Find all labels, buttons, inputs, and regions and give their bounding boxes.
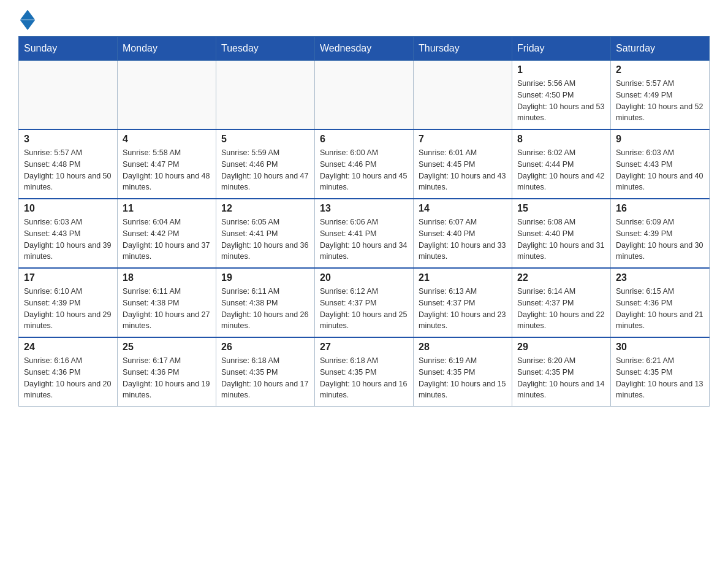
- week-row-3: 10Sunrise: 6:03 AM Sunset: 4:43 PM Dayli…: [19, 199, 710, 268]
- calendar-cell: 25Sunrise: 6:17 AM Sunset: 4:36 PM Dayli…: [118, 337, 216, 407]
- calendar-cell: 29Sunrise: 6:20 AM Sunset: 4:35 PM Dayli…: [512, 337, 611, 407]
- day-number: 16: [616, 203, 704, 214]
- day-sun-info: Sunrise: 6:06 AM Sunset: 4:41 PM Dayligh…: [320, 216, 408, 262]
- day-number: 15: [517, 203, 605, 214]
- header-wednesday: Wednesday: [315, 37, 414, 61]
- day-number: 26: [221, 342, 309, 353]
- day-sun-info: Sunrise: 6:03 AM Sunset: 4:43 PM Dayligh…: [24, 216, 112, 262]
- calendar-cell: 15Sunrise: 6:08 AM Sunset: 4:40 PM Dayli…: [512, 199, 611, 268]
- logo: [18, 12, 35, 30]
- day-number: 10: [24, 203, 112, 214]
- day-sun-info: Sunrise: 6:14 AM Sunset: 4:37 PM Dayligh…: [517, 286, 605, 332]
- calendar-cell: 16Sunrise: 6:09 AM Sunset: 4:39 PM Dayli…: [611, 199, 710, 268]
- day-number: 24: [24, 342, 112, 353]
- header-sunday: Sunday: [19, 37, 118, 61]
- day-number: 28: [419, 342, 507, 353]
- day-sun-info: Sunrise: 6:13 AM Sunset: 4:37 PM Dayligh…: [419, 286, 507, 332]
- day-number: 8: [517, 134, 605, 145]
- day-sun-info: Sunrise: 6:01 AM Sunset: 4:45 PM Dayligh…: [419, 147, 507, 193]
- day-number: 27: [320, 342, 408, 353]
- header-tuesday: Tuesday: [216, 37, 315, 61]
- day-number: 20: [320, 272, 408, 283]
- day-number: 30: [616, 342, 704, 353]
- day-number: 23: [616, 272, 704, 283]
- calendar-cell: 14Sunrise: 6:07 AM Sunset: 4:40 PM Dayli…: [414, 199, 512, 268]
- calendar-cell: 27Sunrise: 6:18 AM Sunset: 4:35 PM Dayli…: [315, 337, 414, 407]
- calendar-cell: 22Sunrise: 6:14 AM Sunset: 4:37 PM Dayli…: [512, 268, 611, 337]
- day-sun-info: Sunrise: 6:10 AM Sunset: 4:39 PM Dayligh…: [24, 286, 112, 332]
- day-number: 18: [123, 272, 211, 283]
- calendar-cell: 18Sunrise: 6:11 AM Sunset: 4:38 PM Dayli…: [118, 268, 216, 337]
- calendar-cell: [19, 61, 118, 130]
- day-number: 25: [123, 342, 211, 353]
- calendar-cell: [315, 61, 414, 130]
- day-sun-info: Sunrise: 5:57 AM Sunset: 4:48 PM Dayligh…: [24, 147, 112, 193]
- calendar-cell: 24Sunrise: 6:16 AM Sunset: 4:36 PM Dayli…: [19, 337, 118, 407]
- calendar-cell: 21Sunrise: 6:13 AM Sunset: 4:37 PM Dayli…: [414, 268, 512, 337]
- calendar-cell: 5Sunrise: 5:59 AM Sunset: 4:46 PM Daylig…: [216, 129, 315, 199]
- calendar-cell: 2Sunrise: 5:57 AM Sunset: 4:49 PM Daylig…: [611, 61, 710, 130]
- day-number: 12: [221, 203, 309, 214]
- day-number: 17: [24, 272, 112, 283]
- day-number: 2: [616, 64, 704, 75]
- calendar-cell: 9Sunrise: 6:03 AM Sunset: 4:43 PM Daylig…: [611, 129, 710, 199]
- week-row-2: 3Sunrise: 5:57 AM Sunset: 4:48 PM Daylig…: [19, 129, 710, 199]
- day-sun-info: Sunrise: 6:16 AM Sunset: 4:36 PM Dayligh…: [24, 355, 112, 401]
- day-number: 5: [221, 134, 309, 145]
- day-sun-info: Sunrise: 6:11 AM Sunset: 4:38 PM Dayligh…: [123, 286, 211, 332]
- day-sun-info: Sunrise: 6:07 AM Sunset: 4:40 PM Dayligh…: [419, 216, 507, 262]
- calendar-cell: 10Sunrise: 6:03 AM Sunset: 4:43 PM Dayli…: [19, 199, 118, 268]
- header-friday: Friday: [512, 37, 611, 61]
- day-sun-info: Sunrise: 6:03 AM Sunset: 4:43 PM Dayligh…: [616, 147, 704, 193]
- calendar-cell: 8Sunrise: 6:02 AM Sunset: 4:44 PM Daylig…: [512, 129, 611, 199]
- day-sun-info: Sunrise: 6:19 AM Sunset: 4:35 PM Dayligh…: [419, 355, 507, 401]
- calendar-cell: 23Sunrise: 6:15 AM Sunset: 4:36 PM Dayli…: [611, 268, 710, 337]
- day-number: 6: [320, 134, 408, 145]
- calendar-cell: 3Sunrise: 5:57 AM Sunset: 4:48 PM Daylig…: [19, 129, 118, 199]
- calendar-cell: 13Sunrise: 6:06 AM Sunset: 4:41 PM Dayli…: [315, 199, 414, 268]
- day-number: 22: [517, 272, 605, 283]
- calendar-cell: 26Sunrise: 6:18 AM Sunset: 4:35 PM Dayli…: [216, 337, 315, 407]
- day-sun-info: Sunrise: 6:18 AM Sunset: 4:35 PM Dayligh…: [221, 355, 309, 401]
- day-sun-info: Sunrise: 6:21 AM Sunset: 4:35 PM Dayligh…: [616, 355, 704, 401]
- calendar-cell: 30Sunrise: 6:21 AM Sunset: 4:35 PM Dayli…: [611, 337, 710, 407]
- day-number: 11: [123, 203, 211, 214]
- day-sun-info: Sunrise: 5:59 AM Sunset: 4:46 PM Dayligh…: [221, 147, 309, 193]
- day-number: 7: [419, 134, 507, 145]
- calendar-cell: 20Sunrise: 6:12 AM Sunset: 4:37 PM Dayli…: [315, 268, 414, 337]
- calendar-cell: 11Sunrise: 6:04 AM Sunset: 4:42 PM Dayli…: [118, 199, 216, 268]
- day-number: 4: [123, 134, 211, 145]
- header-monday: Monday: [118, 37, 216, 61]
- calendar-cell: [216, 61, 315, 130]
- header-saturday: Saturday: [611, 37, 710, 61]
- calendar-cell: 28Sunrise: 6:19 AM Sunset: 4:35 PM Dayli…: [414, 337, 512, 407]
- calendar-cell: [414, 61, 512, 130]
- day-sun-info: Sunrise: 6:11 AM Sunset: 4:38 PM Dayligh…: [221, 286, 309, 332]
- calendar-cell: 19Sunrise: 6:11 AM Sunset: 4:38 PM Dayli…: [216, 268, 315, 337]
- header-thursday: Thursday: [414, 37, 512, 61]
- day-sun-info: Sunrise: 6:20 AM Sunset: 4:35 PM Dayligh…: [517, 355, 605, 401]
- day-sun-info: Sunrise: 5:57 AM Sunset: 4:49 PM Dayligh…: [616, 78, 704, 124]
- calendar-cell: 1Sunrise: 5:56 AM Sunset: 4:50 PM Daylig…: [512, 61, 611, 130]
- day-sun-info: Sunrise: 6:12 AM Sunset: 4:37 PM Dayligh…: [320, 286, 408, 332]
- page-header: [18, 12, 710, 30]
- calendar-cell: 12Sunrise: 6:05 AM Sunset: 4:41 PM Dayli…: [216, 199, 315, 268]
- day-number: 3: [24, 134, 112, 145]
- day-sun-info: Sunrise: 6:04 AM Sunset: 4:42 PM Dayligh…: [123, 216, 211, 262]
- day-sun-info: Sunrise: 5:56 AM Sunset: 4:50 PM Dayligh…: [517, 78, 605, 124]
- week-row-4: 17Sunrise: 6:10 AM Sunset: 4:39 PM Dayli…: [19, 268, 710, 337]
- calendar-cell: 4Sunrise: 5:58 AM Sunset: 4:47 PM Daylig…: [118, 129, 216, 199]
- day-sun-info: Sunrise: 6:05 AM Sunset: 4:41 PM Dayligh…: [221, 216, 309, 262]
- day-sun-info: Sunrise: 6:15 AM Sunset: 4:36 PM Dayligh…: [616, 286, 704, 332]
- day-sun-info: Sunrise: 6:02 AM Sunset: 4:44 PM Dayligh…: [517, 147, 605, 193]
- day-number: 9: [616, 134, 704, 145]
- calendar-cell: 17Sunrise: 6:10 AM Sunset: 4:39 PM Dayli…: [19, 268, 118, 337]
- day-number: 14: [419, 203, 507, 214]
- day-sun-info: Sunrise: 6:18 AM Sunset: 4:35 PM Dayligh…: [320, 355, 408, 401]
- week-row-5: 24Sunrise: 6:16 AM Sunset: 4:36 PM Dayli…: [19, 337, 710, 407]
- day-number: 29: [517, 342, 605, 353]
- day-sun-info: Sunrise: 6:09 AM Sunset: 4:39 PM Dayligh…: [616, 216, 704, 262]
- calendar-table: Sunday Monday Tuesday Wednesday Thursday…: [18, 36, 710, 407]
- day-sun-info: Sunrise: 6:08 AM Sunset: 4:40 PM Dayligh…: [517, 216, 605, 262]
- day-number: 13: [320, 203, 408, 214]
